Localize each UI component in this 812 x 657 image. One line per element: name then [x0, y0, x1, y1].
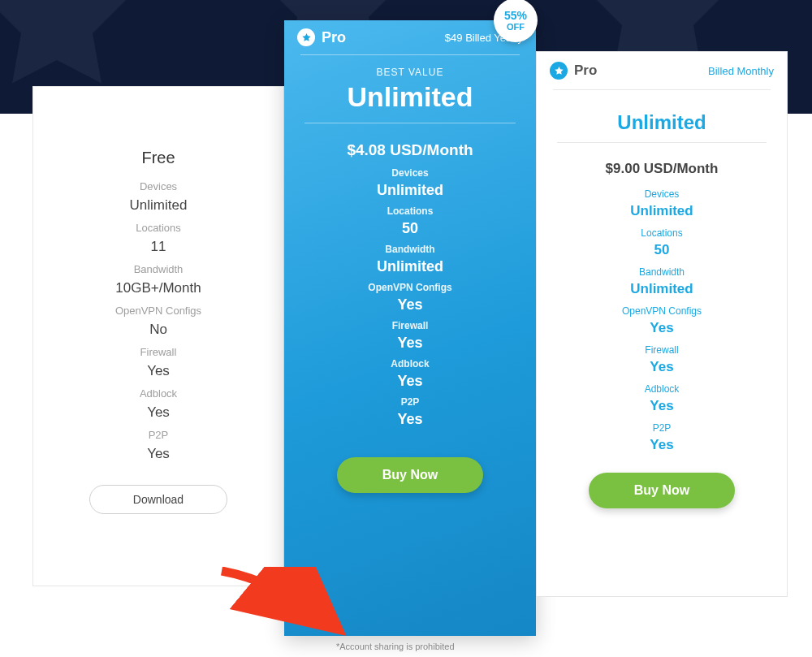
billing-note: Billed Monthly — [708, 65, 774, 77]
plan-price: Free — [141, 136, 175, 175]
divider — [304, 123, 516, 123]
feature-label: Bandwidth — [134, 263, 184, 275]
footnote: *Account sharing is prohibited — [336, 642, 455, 651]
feature-value: Yes — [397, 411, 422, 428]
plan-price: $4.08 USD/Month — [347, 141, 473, 159]
plan-card-yearly: Pro $49 Billed Yearly BEST VALUE Unlimit… — [284, 20, 536, 636]
plan-title: Limited — [33, 87, 283, 136]
feature-label: P2P — [401, 396, 420, 408]
feature-value: 11 — [151, 239, 166, 255]
feature-label: Firewall — [392, 320, 429, 331]
feature-value: 50 — [402, 220, 418, 237]
feature-value: 50 — [654, 242, 670, 258]
feature-label: Devices — [645, 188, 680, 200]
feature-value: Yes — [147, 446, 170, 462]
feature-label: Devices — [391, 167, 428, 179]
plan-title: Unlimited — [348, 81, 473, 113]
feature-value: Yes — [650, 398, 673, 414]
feature-label: Locations — [136, 222, 181, 234]
discount-badge: 55% OFF — [494, 0, 538, 42]
feature-value: Unlimited — [377, 182, 443, 199]
plan-title: Unlimited — [617, 111, 706, 134]
feature-value: Yes — [397, 335, 422, 352]
feature-label: P2P — [653, 422, 672, 434]
feature-label: Adblock — [391, 358, 429, 370]
pro-badge-label: Pro — [322, 29, 346, 46]
feature-value: Unlimited — [630, 203, 693, 219]
feature-value: Unlimited — [130, 197, 188, 214]
feature-value: 10GB+/Month — [115, 280, 201, 296]
buy-now-button[interactable]: Buy Now — [589, 473, 735, 508]
feature-value: Yes — [147, 363, 170, 379]
feature-label: Bandwidth — [385, 244, 434, 255]
feature-label: Adblock — [140, 387, 177, 400]
feature-value: No — [149, 322, 167, 338]
divider — [300, 54, 520, 55]
feature-label: Adblock — [645, 383, 680, 395]
discount-percent: 55% — [504, 10, 527, 21]
feature-label: OpenVPN Configs — [622, 305, 702, 317]
best-value-label: BEST VALUE — [377, 67, 444, 78]
feature-label: Firewall — [645, 344, 678, 356]
pro-badge-label: Pro — [574, 63, 597, 79]
feature-value: Yes — [650, 359, 673, 375]
feature-value: Yes — [147, 404, 170, 421]
feature-value: Unlimited — [630, 281, 693, 297]
plan-price: $9.00 USD/Month — [606, 161, 719, 177]
star-icon — [550, 62, 568, 80]
feature-value: Unlimited — [377, 258, 443, 275]
feature-label: Locations — [641, 227, 682, 239]
star-icon — [297, 28, 315, 46]
plan-card-monthly: Pro Billed Monthly Unlimited $9.00 USD/M… — [536, 51, 788, 597]
divider — [557, 142, 767, 143]
feature-value: Yes — [650, 320, 673, 336]
feature-label: P2P — [149, 429, 169, 441]
plan-card-limited: Limited Free Devices Unlimited Locations… — [32, 86, 284, 586]
feature-label: OpenVPN Configs — [115, 305, 201, 317]
discount-off-label: OFF — [507, 23, 525, 32]
divider — [553, 89, 771, 90]
feature-label: Firewall — [140, 346, 177, 358]
feature-label: Locations — [387, 205, 434, 217]
feature-label: Devices — [140, 180, 177, 192]
feature-value: Yes — [397, 373, 422, 390]
feature-label: Bandwidth — [639, 266, 685, 278]
feature-label: OpenVPN Configs — [368, 282, 451, 293]
feature-value: Yes — [650, 437, 673, 453]
feature-value: Yes — [397, 296, 422, 313]
download-button[interactable]: Download — [89, 485, 227, 514]
buy-now-button[interactable]: Buy Now — [337, 457, 483, 493]
